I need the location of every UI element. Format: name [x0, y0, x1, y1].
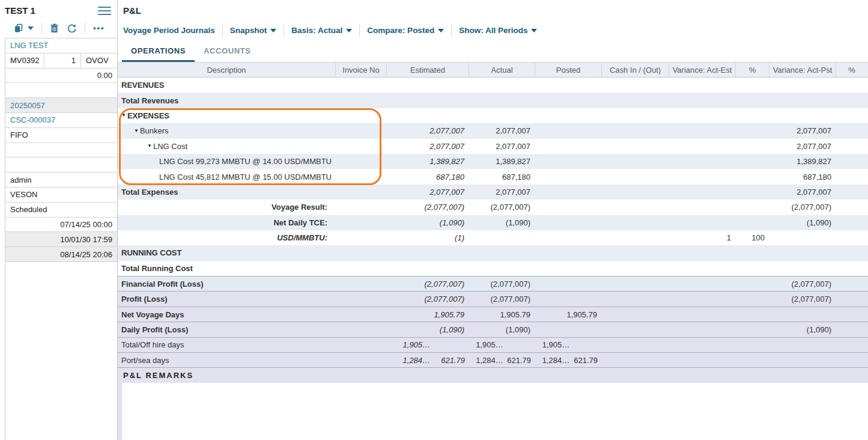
cell-est	[387, 108, 469, 123]
tab-operations[interactable]: OPERATIONS	[122, 46, 195, 62]
cell-act: 687,180	[469, 169, 535, 184]
description-cell: Total Running Cost	[118, 261, 336, 276]
cell-posted: 1,905…	[535, 338, 602, 352]
column-header--[interactable]: %	[736, 63, 769, 77]
cell-cash	[602, 353, 669, 367]
cell-posted	[535, 277, 602, 291]
sidebar-link-field[interactable]: CSC-000037	[5, 115, 117, 124]
sidebar-field[interactable]: OVOV	[80, 53, 117, 68]
column-header-cash-in-out-[interactable]: Cash In / (Out)	[602, 63, 669, 77]
sidebar-field[interactable]: MV0392	[5, 56, 44, 65]
expand-caret-icon[interactable]: ▼	[147, 144, 152, 148]
toolbar-item-label: Compare: Posted	[367, 26, 434, 35]
cell-varAE	[669, 185, 736, 200]
pnl-row-running-cost: RUNNING COST	[118, 245, 868, 260]
column-header-description[interactable]: Description	[118, 63, 336, 77]
trash-icon[interactable]	[46, 23, 63, 33]
row-description: LNG Cost 99,273 MMBTU @ 14.00 USD/MMBTU	[159, 157, 332, 166]
column-header-actual[interactable]: Actual	[469, 63, 535, 77]
sidebar-field[interactable]: FIFO	[5, 130, 117, 139]
cell-pctAP	[836, 353, 867, 367]
cell-pctAP	[836, 185, 867, 200]
cell-pctAE	[736, 292, 769, 306]
sidebar-field[interactable]: admin	[5, 176, 117, 185]
row-description: Port/sea days	[121, 356, 169, 365]
cell-varAP	[769, 108, 836, 123]
tab-accounts[interactable]: ACCOUNTS	[195, 46, 259, 62]
toolbar-divider	[359, 25, 360, 37]
cell-invoice	[336, 169, 387, 184]
cell-posted	[535, 185, 602, 200]
row-description: Total Running Cost	[121, 264, 193, 273]
menu-icon[interactable]	[98, 4, 111, 17]
column-header-variance-act-pst[interactable]: Variance: Act-Pst	[769, 63, 836, 77]
cell-varAE	[669, 322, 736, 337]
sidebar-field[interactable]: 07/14/25 00:00	[5, 220, 117, 229]
refresh-icon[interactable]	[63, 23, 81, 33]
column-header-estimated[interactable]: Estimated	[387, 63, 469, 77]
cell-varAP	[769, 261, 836, 276]
cell-est: (1,090)	[387, 215, 469, 230]
cell-est: (2,077,007)	[387, 292, 469, 306]
cell-pctAP	[836, 261, 867, 276]
sidebar-field[interactable]: Scheduled	[5, 205, 117, 214]
caret-down-icon	[270, 29, 276, 32]
cell-pctAP	[836, 169, 867, 184]
cell-pctAP	[836, 123, 867, 138]
copy-icon[interactable]	[10, 23, 28, 33]
cell-posted	[535, 261, 602, 276]
cell-varAE	[669, 307, 736, 322]
cell-pctAE	[736, 93, 769, 108]
main-panel: P&L Voyage Period JournalsSnapshotBasis:…	[118, 0, 868, 440]
toolbar-item-compare-posted[interactable]: Compare: Posted	[367, 26, 444, 35]
sidebar-field[interactable]: 1	[44, 53, 80, 68]
description-cell: Financial Profit (Loss)	[118, 277, 336, 291]
remarks-input[interactable]	[122, 383, 868, 440]
cell-varAP: (1,090)	[769, 215, 836, 230]
tabs: OPERATIONSACCOUNTS	[118, 41, 868, 62]
cell-pctAP	[836, 78, 867, 93]
column-header-invoice-no[interactable]: Invoice No	[336, 63, 387, 77]
cell-cash	[602, 78, 669, 93]
row-description: Financial Profit (Loss)	[121, 280, 204, 289]
sidebar-field[interactable]: 0.00	[5, 71, 117, 80]
voyage-title: TEST 1	[5, 5, 35, 16]
description-cell: Profit (Loss)	[118, 292, 336, 306]
more-icon[interactable]: •••	[89, 23, 109, 32]
description-cell: LNG Cost 99,273 MMBTU @ 14.00 USD/MMBTU	[118, 154, 336, 169]
cell-varAE	[669, 169, 736, 184]
expand-caret-icon[interactable]: ▼	[121, 113, 126, 118]
toolbar-item-basis-actual[interactable]: Basis: Actual	[291, 26, 352, 35]
column-header--[interactable]: %	[836, 63, 867, 77]
cell-act: (2,077,007)	[469, 200, 535, 215]
cell-posted	[535, 200, 602, 215]
cell-cash	[602, 322, 669, 337]
toolbar-item-show-all-periods[interactable]: Show: All Periods	[459, 26, 537, 35]
column-header-variance-act-est[interactable]: Variance: Act-Est	[669, 63, 736, 77]
cell-act	[469, 230, 535, 245]
pnl-row-lng-cost: ▼LNG Cost2,077,0072,077,0072,077,007	[118, 139, 868, 154]
column-header-posted[interactable]: Posted	[535, 63, 602, 77]
cell-pctAE	[736, 277, 769, 291]
cell-varAE	[669, 78, 736, 93]
sidebar-field-row: admin	[5, 173, 117, 188]
sidebar-field[interactable]: VESON	[5, 190, 117, 199]
expand-caret-icon[interactable]: ▼	[134, 129, 139, 133]
sidebar-link-field[interactable]: LNG TEST	[5, 41, 117, 50]
pnl-row-lng-cost-45-812-mmbtu-15-00-usd-mmbtu: LNG Cost 45,812 MMBTU @ 15.00 USD/MMBTU6…	[118, 169, 868, 184]
cell-act: 1,284…621.79	[469, 353, 535, 367]
cell-est: 2,077,007	[387, 123, 469, 138]
caret-down-icon[interactable]	[28, 26, 38, 31]
row-description: LNG Cost 45,812 MMBTU @ 15.00 USD/MMBTU	[159, 173, 332, 182]
pnl-row-total-expenses: Total Expenses2,077,0072,077,0072,077,00…	[118, 185, 868, 200]
cell-cash	[602, 215, 669, 230]
pnl-grid: DescriptionInvoice NoEstimatedActualPost…	[118, 62, 868, 440]
cell-posted	[535, 245, 602, 260]
cell-varAE	[669, 154, 736, 169]
cell-invoice	[336, 261, 387, 276]
toolbar-item-voyage-period-journals[interactable]: Voyage Period Journals	[123, 26, 215, 35]
cell-invoice	[336, 338, 387, 352]
toolbar-item-snapshot[interactable]: Snapshot	[230, 26, 277, 35]
pnl-row-net-daily-tce-: Net Daily TCE:(1,090)(1,090)(1,090)	[118, 215, 868, 230]
cell-cash	[602, 307, 669, 322]
